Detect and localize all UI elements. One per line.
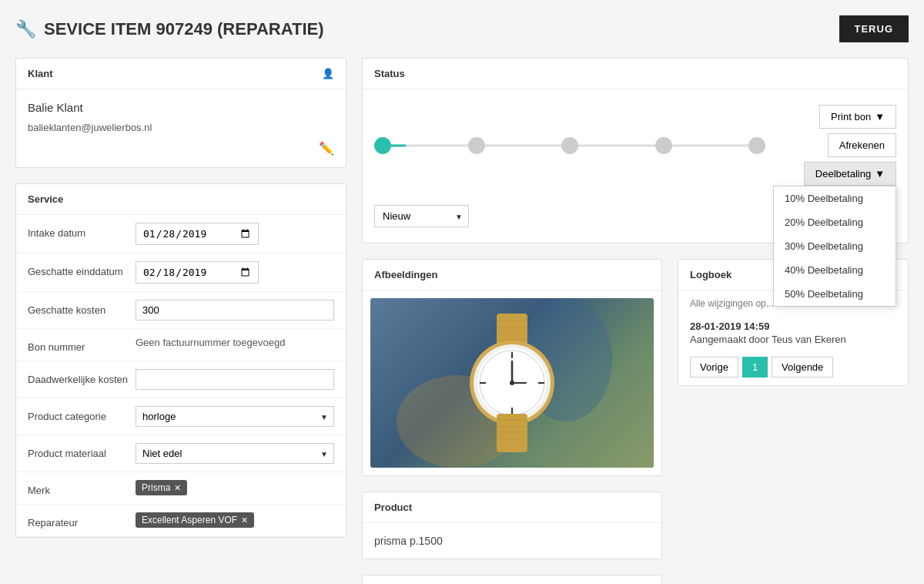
daadwerkelijke-kosten-input[interactable] [136, 369, 334, 390]
geschatte-kosten-row: Geschatte kosten [16, 292, 346, 329]
klant-edit: ✏️ [28, 141, 334, 156]
product-materiaal-row: Product materiaal Niet edel Zilver Goud … [16, 435, 346, 472]
page-1-button[interactable]: 1 [742, 357, 768, 378]
back-button[interactable]: TERUG [839, 15, 909, 42]
merk-tag: Prisma ✕ [136, 480, 187, 495]
product-value: prisma p.1500 [374, 535, 443, 547]
afbeeldingen-card: Afbeeldingen [362, 259, 662, 476]
product-header: Product [363, 492, 661, 523]
logboek-entry: 28-01-2019 14:59 Aangemaakt door Teus va… [690, 321, 896, 345]
right-column: Status [362, 58, 909, 584]
product-card: Product prisma p.1500 [362, 492, 662, 559]
main-grid: Klant 👤 Balie Klant balieklanten@juwelie… [15, 58, 909, 584]
dot-2 [468, 137, 485, 154]
deelbetaling-wrapper: Deelbetaling ▼ 10% Deelbetaling 20% Deel… [804, 162, 896, 186]
dot-4 [655, 137, 672, 154]
reparateur-label: Reparateur [28, 512, 136, 529]
product-categorie-row: Product categorie horloge ring ketting a… [16, 398, 346, 435]
svg-rect-14 [497, 414, 527, 452]
status-body: Print bon ▼ Afrekenen Deelbetaling ▼ [363, 89, 908, 243]
reparateur-tag-remove[interactable]: ✕ [241, 515, 248, 525]
page-title: 🔧 SEVICE ITEM 907249 (REPARATIE) [15, 19, 324, 39]
wrench-icon: 🔧 [15, 19, 36, 39]
product-categorie-value: horloge ring ketting armband ▼ [136, 406, 334, 427]
left-column: Klant 👤 Balie Klant balieklanten@juwelie… [15, 58, 346, 584]
geschatte-einddatum-input[interactable] [136, 261, 259, 284]
afbeeldingen-header: Afbeeldingen [363, 260, 661, 290]
right-bottom-grid: Afbeeldingen [362, 259, 909, 584]
daadwerkelijke-kosten-label: Daadwerkelijke kosten [28, 369, 136, 385]
progress-bar [374, 134, 765, 157]
product-materiaal-select[interactable]: Niet edel Zilver Goud Platina [136, 443, 334, 464]
dot-1 [374, 137, 391, 154]
klant-header: Klant 👤 [16, 59, 346, 89]
daadwerkelijke-kosten-row: Daadwerkelijke kosten [16, 361, 346, 398]
status-header: Status [363, 59, 908, 89]
deelbetaling-dropdown: 10% Deelbetaling 20% Deelbetaling 30% De… [773, 186, 896, 307]
geschatte-einddatum-row: Geschatte einddatum [16, 253, 346, 292]
intake-datum-input[interactable] [136, 223, 259, 245]
vorige-button[interactable]: Vorige [690, 357, 738, 378]
product-body: prisma p.1500 [363, 523, 661, 559]
klant-email: balieklanten@juwelierbos.nl [28, 122, 334, 133]
opmerking-card: Opmerking Even met dure chroom er over h… [362, 575, 662, 584]
status-buttons: Print bon ▼ Afrekenen Deelbetaling ▼ [781, 105, 896, 186]
watch-svg [397, 298, 628, 468]
logboek-text: Aangemaakt door Teus van Ekeren [690, 334, 896, 345]
geschatte-kosten-input[interactable] [136, 300, 334, 321]
deelbetaling-30[interactable]: 30% Deelbetaling [774, 234, 896, 258]
klant-name: Balie Klant [28, 101, 334, 114]
geschatte-kosten-label: Geschatte kosten [28, 300, 136, 316]
dropdown-arrow-icon: ▼ [875, 111, 885, 123]
service-body: Intake datum Geschatte einddatum Geschat… [16, 215, 346, 537]
edit-icon[interactable]: ✏️ [319, 142, 334, 155]
klant-body: Balie Klant balieklanten@juwelierbos.nl … [16, 89, 346, 167]
svg-point-13 [510, 381, 514, 385]
reparateur-row: Reparateur Excellent Asperen VOF ✕ [16, 505, 346, 537]
progress-dots [374, 137, 765, 154]
volgende-button[interactable]: Volgende [772, 357, 833, 378]
intake-datum-value [136, 223, 334, 245]
product-categorie-select[interactable]: horloge ring ketting armband [136, 406, 334, 427]
pagination: Vorige 1 Volgende [690, 357, 896, 378]
watch-image [370, 298, 654, 468]
dot-5 [748, 137, 765, 154]
product-materiaal-select-wrap: Niet edel Zilver Goud Platina ▼ [136, 443, 334, 464]
daadwerkelijke-kosten-value [136, 369, 334, 390]
reparateur-tag: Excellent Asperen VOF ✕ [136, 512, 254, 528]
service-header: Service [16, 184, 346, 215]
geschatte-einddatum-value [136, 261, 334, 284]
klant-card: Klant 👤 Balie Klant balieklanten@juwelie… [15, 58, 346, 168]
person-icon: 👤 [322, 68, 334, 79]
product-categorie-label: Product categorie [28, 406, 136, 422]
deelbetaling-10[interactable]: 10% Deelbetaling [774, 186, 896, 210]
bon-nummer-row: Bon nummer Geen factuurnummer toegevoegd [16, 329, 346, 361]
geschatte-kosten-value [136, 300, 334, 321]
deelbetaling-arrow-icon: ▼ [875, 168, 885, 180]
bon-nummer-value: Geen factuurnummer toegevoegd [136, 337, 334, 348]
page-header: 🔧 SEVICE ITEM 907249 (REPARATIE) TERUG [15, 15, 909, 42]
deelbetaling-40[interactable]: 40% Deelbetaling [774, 258, 896, 282]
intake-datum-row: Intake datum [16, 215, 346, 253]
right-main-col: Afbeeldingen [362, 259, 662, 584]
print-bon-button[interactable]: Print bon ▼ [819, 105, 896, 129]
dot-3 [561, 137, 578, 154]
merk-value: Prisma ✕ [136, 480, 334, 495]
product-categorie-select-wrap: horloge ring ketting armband ▼ [136, 406, 334, 427]
afbeeldingen-body [363, 290, 661, 475]
geschatte-einddatum-label: Geschatte einddatum [28, 261, 136, 277]
right-side-col: Logboek Alle wijzigingen op... 28-01-201… [678, 259, 909, 584]
afrekenen-button[interactable]: Afrekenen [828, 133, 896, 157]
merk-label: Merk [28, 480, 136, 496]
status-select[interactable]: Nieuw In behandeling Klaar Afgehaald [374, 205, 469, 227]
status-card: Status [362, 58, 909, 243]
deelbetaling-button[interactable]: Deelbetaling ▼ [804, 162, 896, 186]
merk-row: Merk Prisma ✕ [16, 472, 346, 505]
merk-tag-remove[interactable]: ✕ [174, 483, 181, 493]
opmerking-header: Opmerking [363, 576, 661, 584]
service-card: Service Intake datum Geschatte einddatum [15, 183, 346, 538]
deelbetaling-20[interactable]: 20% Deelbetaling [774, 210, 896, 234]
product-materiaal-label: Product materiaal [28, 443, 136, 459]
deelbetaling-50[interactable]: 50% Deelbetaling [774, 282, 896, 306]
product-materiaal-value: Niet edel Zilver Goud Platina ▼ [136, 443, 334, 464]
